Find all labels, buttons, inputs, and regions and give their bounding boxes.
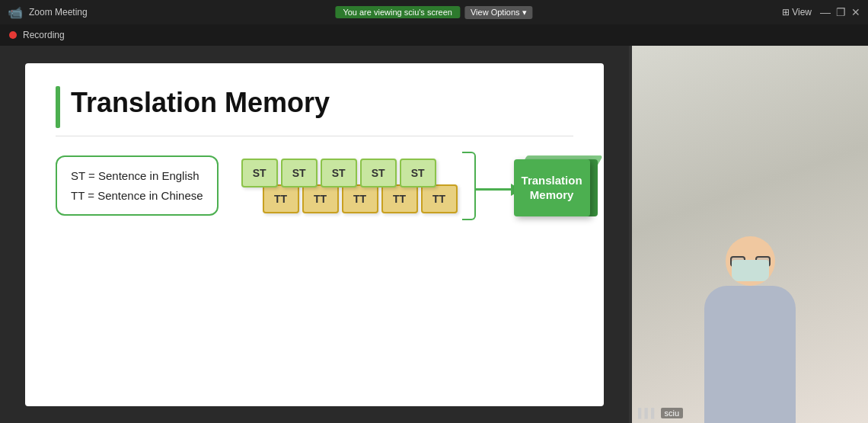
tt-block-3: TT	[342, 184, 378, 213]
video-panel: ▌▌▌ sciu	[632, 46, 868, 423]
tt-block-2: TT	[302, 184, 339, 213]
app-title: Zoom Meeting	[29, 7, 88, 18]
speaker-name: sciu	[661, 408, 684, 418]
recording-bar: Recording	[0, 24, 868, 46]
title-bar-center: You are viewing sciu's screen View Optio…	[335, 6, 532, 19]
tt-row: TT TT TT TT TT	[263, 184, 458, 213]
tt-block-1: TT	[263, 184, 299, 213]
view-label[interactable]: ⊞ View	[782, 7, 812, 18]
window-controls: — ❐ ✕	[821, 8, 860, 17]
person-mask	[732, 260, 769, 281]
tt-block-4: TT	[381, 184, 418, 213]
video-name-tag: ▌▌▌ sciu	[638, 408, 683, 418]
tm-box-front: TranslationMemory	[514, 159, 590, 216]
recording-dot	[9, 31, 17, 39]
arrow-container	[476, 188, 514, 191]
arrow-line	[476, 188, 514, 191]
title-bar-left: 📹 Zoom Meeting	[8, 5, 88, 20]
signal-icon: ▌▌▌	[638, 408, 658, 418]
person-shape	[704, 236, 796, 423]
bracket-wrapper: ST ST ST ST ST TT TT TT TT	[241, 152, 476, 220]
person-body	[704, 286, 796, 423]
person-head	[726, 236, 775, 286]
legend-line1: ST = Sentence in English	[71, 166, 203, 186]
video-feed: ▌▌▌ sciu	[632, 46, 868, 423]
minimize-button[interactable]: —	[821, 8, 830, 17]
legend-line2: TT = Sentence in Chinese	[71, 186, 203, 206]
blocks-area: ST ST ST ST ST TT TT TT TT	[241, 159, 458, 213]
recording-text: Recording	[23, 30, 65, 40]
close-button[interactable]: ✕	[851, 8, 860, 17]
st-block-5: ST	[400, 159, 436, 187]
st-block-1: ST	[241, 159, 278, 187]
slide-title: Translation Memory	[71, 86, 330, 119]
st-block-3: ST	[321, 159, 357, 187]
blocks-and-arrow: ST ST ST ST ST TT TT TT TT	[241, 152, 598, 220]
slide-panel: Translation Memory ST = Sentence in Engl…	[0, 46, 629, 423]
title-bar-right: ⊞ View — ❐ ✕	[782, 7, 860, 18]
slide-body: ST = Sentence in English TT = Sentence i…	[56, 152, 573, 220]
title-bar: 📹 Zoom Meeting You are viewing sciu's sc…	[0, 0, 868, 24]
legend-box: ST = Sentence in English TT = Sentence i…	[56, 155, 219, 216]
title-accent-bar	[56, 86, 60, 128]
st-row: ST ST ST ST ST	[241, 159, 458, 187]
main-content: Translation Memory ST = Sentence in Engl…	[0, 46, 868, 423]
view-options-button[interactable]: View Options ▾	[464, 6, 533, 19]
restore-button[interactable]: ❐	[836, 8, 845, 17]
tm-box: TranslationMemory	[514, 155, 598, 216]
zoom-icon: 📹	[8, 5, 23, 20]
tt-block-5: TT	[421, 184, 458, 213]
slide-title-section: Translation Memory	[56, 86, 573, 136]
st-block-4: ST	[360, 159, 397, 187]
st-block-2: ST	[281, 159, 318, 187]
slide: Translation Memory ST = Sentence in Engl…	[25, 63, 604, 406]
viewing-notice: You are viewing sciu's screen	[335, 6, 460, 18]
tm-box-wrapper: TranslationMemory	[514, 155, 598, 216]
bracket-right	[462, 152, 476, 220]
